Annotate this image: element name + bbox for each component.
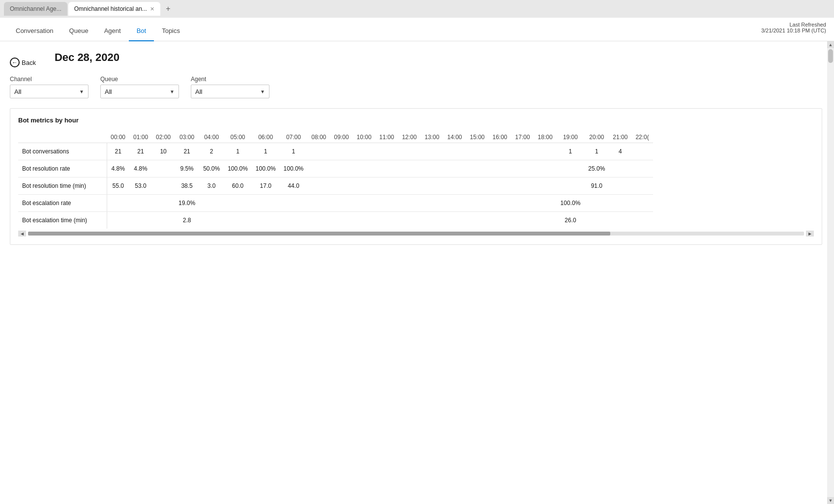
table-cell: 21 <box>107 143 129 160</box>
table-cell <box>330 178 353 195</box>
chevron-down-icon-2: ▼ <box>170 89 175 94</box>
table-cell <box>252 195 280 212</box>
tab-topics[interactable]: Topics <box>154 21 188 41</box>
tab-conversation[interactable]: Conversation <box>8 21 61 41</box>
back-button[interactable]: ← Back <box>10 58 36 67</box>
metrics-table: 00:0001:0002:0003:0004:0005:0006:0007:00… <box>18 132 653 229</box>
app-container: Conversation Queue Agent Bot Topics Last… <box>0 18 834 504</box>
filter-queue-label: Queue <box>100 76 179 83</box>
table-cell <box>534 178 557 195</box>
filter-queue-value: All <box>105 88 112 95</box>
table-cell: 53.0 <box>129 178 152 195</box>
table-cell: 100.0% <box>252 160 280 178</box>
table-cell: 4.8% <box>107 160 129 178</box>
table-cell <box>330 160 353 178</box>
metrics-card-title: Bot metrics by hour <box>18 117 814 124</box>
table-header-hour: 16:00 <box>489 132 511 143</box>
table-cell <box>330 195 353 212</box>
table-cell <box>152 178 175 195</box>
scroll-track[interactable] <box>28 232 804 236</box>
table-cell: 1 <box>584 143 609 160</box>
tab-2-label: Omnichannel historical an... <box>74 5 147 12</box>
scroll-thumb[interactable] <box>28 232 610 236</box>
table-cell: 17.0 <box>252 178 280 195</box>
new-tab-button[interactable]: + <box>161 2 175 16</box>
table-cell: 55.0 <box>107 178 129 195</box>
table-header-hour: 14:00 <box>443 132 466 143</box>
tab-agent[interactable]: Agent <box>96 21 129 41</box>
nav-tabs: Conversation Queue Agent Bot Topics <box>8 21 188 41</box>
table-header-hour: 09:00 <box>330 132 353 143</box>
tab-agent-label: Agent <box>104 27 121 34</box>
table-cell <box>398 212 420 229</box>
table-cell <box>330 212 353 229</box>
table-cell <box>129 212 152 229</box>
table-cell: 100.0% <box>557 195 585 212</box>
tab-queue[interactable]: Queue <box>61 21 96 41</box>
scroll-right-icon[interactable]: ▶ <box>806 231 814 237</box>
filter-queue-select[interactable]: All ▼ <box>100 85 179 98</box>
vertical-scrollbar[interactable]: ▲ ▼ <box>827 41 834 504</box>
table-cell <box>307 195 330 212</box>
table-cell <box>609 195 631 212</box>
table-cell <box>353 212 375 229</box>
table-cell <box>631 178 653 195</box>
table-cell <box>466 160 488 178</box>
table-cell <box>443 178 466 195</box>
table-header-hour: 13:00 <box>420 132 443 143</box>
tab-2-close-icon[interactable]: ✕ <box>150 6 154 12</box>
table-cell: 1 <box>252 143 280 160</box>
row-label: Bot escalation rate <box>18 195 107 212</box>
table-header-metric <box>18 132 107 143</box>
table-cell: 2 <box>199 143 224 160</box>
table-row: Bot resolution rate4.8%4.8%9.5%50.0%100.… <box>18 160 653 178</box>
table-cell <box>330 143 353 160</box>
filter-agent-select[interactable]: All ▼ <box>191 85 269 98</box>
table-cell <box>511 178 534 195</box>
filter-agent-group: Agent All ▼ <box>191 76 269 98</box>
table-header-hour: 00:00 <box>107 132 129 143</box>
table-cell <box>375 212 398 229</box>
table-cell <box>353 160 375 178</box>
table-cell <box>584 212 609 229</box>
row-label: Bot escalation time (min) <box>18 212 107 229</box>
metrics-table-wrapper[interactable]: 00:0001:0002:0003:0004:0005:0006:0007:00… <box>18 132 814 229</box>
table-cell <box>420 160 443 178</box>
tab-bot-label: Bot <box>137 27 147 34</box>
table-cell: 2.8 <box>175 212 199 229</box>
tab-2[interactable]: Omnichannel historical an... ✕ <box>68 2 160 16</box>
table-header-hour: 01:00 <box>129 132 152 143</box>
table-cell <box>466 178 488 195</box>
table-cell <box>375 143 398 160</box>
table-header-hour: 21:00 <box>609 132 631 143</box>
horizontal-scrollbar[interactable]: ◀ ▶ <box>18 231 814 237</box>
table-cell <box>152 195 175 212</box>
back-label: Back <box>22 59 36 66</box>
table-cell <box>199 212 224 229</box>
table-cell <box>307 160 330 178</box>
table-cell <box>466 195 488 212</box>
scroll-left-icon[interactable]: ◀ <box>18 231 26 237</box>
tab-bot[interactable]: Bot <box>129 21 154 41</box>
back-section: ← Back Dec 28, 2020 <box>10 51 822 74</box>
table-cell <box>307 143 330 160</box>
scroll-up-icon[interactable]: ▲ <box>827 41 834 48</box>
filter-channel-select[interactable]: All ▼ <box>10 85 89 98</box>
table-header-hour: 06:00 <box>252 132 280 143</box>
table-cell: 100.0% <box>280 160 308 178</box>
table-cell <box>511 143 534 160</box>
tab-1[interactable]: Omnichannel Age... <box>4 2 67 16</box>
table-cell <box>375 178 398 195</box>
table-cell <box>631 195 653 212</box>
back-icon: ← <box>10 58 20 67</box>
scroll-down-icon[interactable]: ▼ <box>827 497 834 504</box>
tab-topics-label: Topics <box>162 27 180 34</box>
table-cell <box>375 160 398 178</box>
table-cell: 21 <box>129 143 152 160</box>
table-header-hour: 15:00 <box>466 132 488 143</box>
table-cell <box>199 195 224 212</box>
chevron-down-icon: ▼ <box>79 89 84 94</box>
table-header-hour: 08:00 <box>307 132 330 143</box>
filter-channel-group: Channel All ▼ <box>10 76 89 98</box>
table-cell <box>489 212 511 229</box>
